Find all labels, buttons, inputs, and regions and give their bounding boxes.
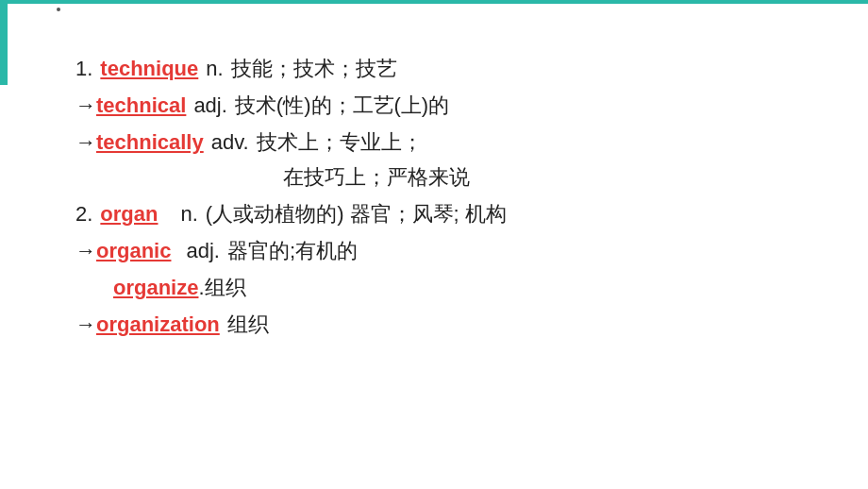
sub-entry-technical: → technical adj. 技术(性)的；工艺(上)的 <box>75 89 830 122</box>
entry-1-keyword: technique <box>100 52 198 85</box>
pos-organic: adj. <box>186 234 219 267</box>
entry-2-def: (人或动植物的) 器官；风琴; 机构 <box>206 197 507 230</box>
def-organization: 组织 <box>227 308 269 341</box>
technically-cont-text: 在技巧上；严格来说 <box>283 163 470 192</box>
sub-entry-technically: → technically adv. 技术上；专业上； <box>75 126 830 159</box>
arrow-technically: → <box>75 126 96 159</box>
technically-continuation: 在技巧上；严格来说 <box>75 163 830 192</box>
keyword-technical: technical <box>96 89 186 122</box>
entry-1: 1. technique n. 技能；技术；技艺 <box>75 52 830 85</box>
sub-entry-organization: → organization 组织 <box>75 308 830 341</box>
pos-technically: adv. <box>211 126 249 159</box>
entry-2-keyword: organ <box>100 197 158 230</box>
left-bar <box>0 0 8 85</box>
main-content: 1. technique n. 技能；技术；技艺 → technical adj… <box>75 52 830 345</box>
arrow-organization: → <box>75 308 96 341</box>
arrow-organic: → <box>75 234 96 267</box>
arrow-technical: → <box>75 89 96 122</box>
def-technically: 技术上；专业上； <box>257 126 423 159</box>
keyword-organic: organic <box>96 234 171 267</box>
entry-1-pos: n. <box>206 52 223 85</box>
top-dot <box>57 8 60 11</box>
keyword-organization: organization <box>96 308 220 341</box>
pos-technical: adj. <box>193 89 226 122</box>
entry-2-number: 2. <box>75 197 92 230</box>
sub-entry-organic: → organic adj. 器官的;有机的 <box>75 234 830 267</box>
def-organic: 器官的;有机的 <box>227 234 358 267</box>
entry-1-def: 技能；技术；技艺 <box>231 52 397 85</box>
entry-1-number: 1. <box>75 52 92 85</box>
def-organize: .组织 <box>198 271 245 304</box>
entry-2-pos: n. <box>180 197 197 230</box>
entry-2: 2. organ n. (人或动植物的) 器官；风琴; 机构 <box>75 197 830 230</box>
keyword-organize: organize <box>113 271 198 304</box>
keyword-technically: technically <box>96 126 204 159</box>
def-technical: 技术(性)的；工艺(上)的 <box>235 89 449 122</box>
top-border <box>0 0 868 4</box>
sub-entry-organize: organize .组织 <box>75 271 830 304</box>
